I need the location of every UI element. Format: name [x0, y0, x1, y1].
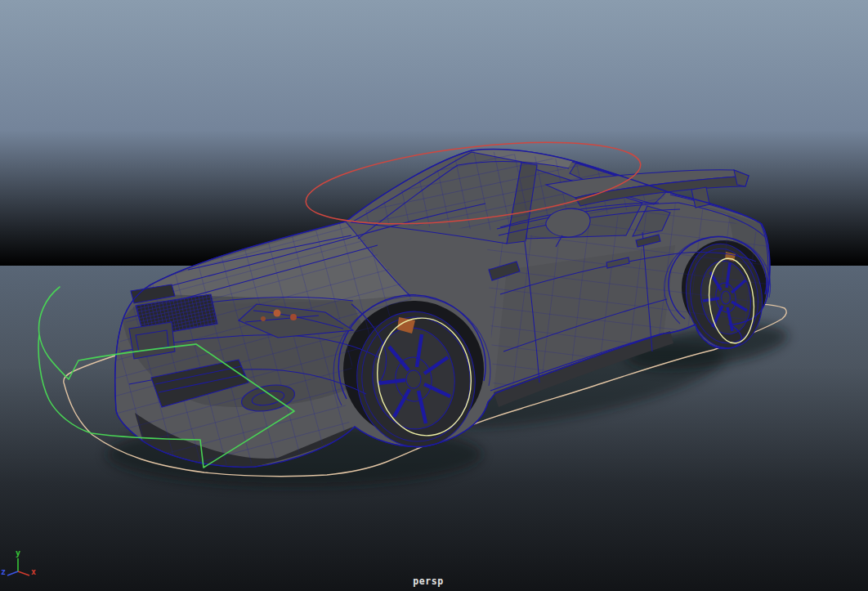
camera-label: persp — [413, 575, 444, 587]
axis-z-label: z — [1, 567, 6, 576]
headlamp-bulb — [274, 310, 281, 317]
viewport-canvas[interactable]: y x z persp — [0, 0, 868, 591]
viewport-3d[interactable]: y x z persp — [0, 0, 868, 591]
front-hub — [406, 370, 421, 388]
axis-x-label: x — [31, 567, 36, 576]
axis-y-label: y — [16, 548, 20, 557]
